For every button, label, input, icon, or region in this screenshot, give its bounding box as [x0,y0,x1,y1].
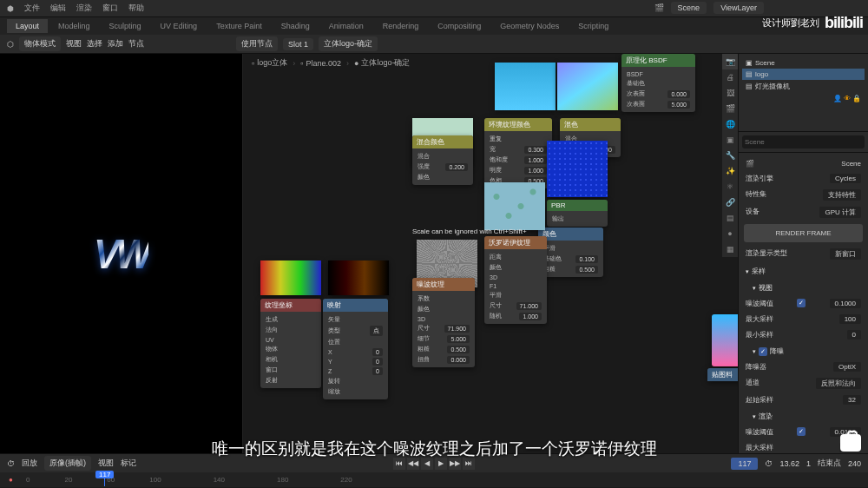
outliner-scene[interactable]: ▣Scene [742,57,865,69]
scene-icon: 🎬 [654,3,664,12]
prop-start-sample[interactable]: 起始采样32 [742,392,865,407]
tab-constraint[interactable]: 🔗 [722,195,738,210]
node-ramp1[interactable]: 纹理坐标 生成 法向 UV 物体 相机 窗口 反射 [260,299,321,388]
node-blue-noise-preview[interactable] [547,141,608,197]
tab-world[interactable]: 🌐 [722,116,738,132]
tl-mode[interactable]: 原像(插帧) [44,456,91,471]
node-blue-settings[interactable]: 颜色 平滑 基础色0.100 粗糙0.500 [538,228,603,277]
tab-physics[interactable]: ⚛ [722,179,738,195]
tab-data[interactable]: ▤ [722,210,738,226]
prop-denoiser[interactable]: 降噪器OptiX [742,359,865,374]
outliner-lights[interactable]: ▤灯光摄像机 [742,80,865,93]
tl-view[interactable]: 视图 [98,458,114,469]
node-mapping[interactable]: 映射 矢量 类型点 位置 X0 Y0 Z0 旋转 缩放 [323,299,388,399]
outliner-logo[interactable]: ▤logo [742,69,865,80]
workspace-tabs: Layout Modeling Sculpting UV Editing Tex… [0,17,868,35]
tab-texture[interactable]: ▦ [722,241,738,257]
timeline-track[interactable]: ● 02060100140180220 [0,472,868,486]
render-frame-button[interactable]: RENDER FRAME [744,224,863,242]
menu-help[interactable]: 帮助 [128,3,144,14]
ws-tab-texpaint[interactable]: Texture Paint [207,19,271,33]
node-env-mix[interactable]: 环境纹理颜色 重复 宽0.300 饱和度1.000 明度1.000 色相0.50… [484,118,552,188]
outliner[interactable]: ▣Scene ▤logo ▤灯光摄像机 👤 👁 🔒 [739,54,868,132]
tab-render[interactable]: 📷 [722,54,738,69]
tl-playback[interactable]: 回放 [22,458,37,469]
tab-output[interactable]: 🖨 [722,69,738,85]
h2-node[interactable]: 节点 [128,38,144,49]
ws-tab-comp[interactable]: Compositing [429,19,490,33]
ws-tab-anim[interactable]: Animation [320,19,372,33]
node-gradient2[interactable] [557,63,618,110]
prop-noise-thresh[interactable]: 噪波阈值✓0.1000 [742,296,865,311]
tab-scene[interactable]: 🎬 [722,101,738,116]
panel-render[interactable]: 渲染 [749,409,865,424]
prop-engine[interactable]: 渲染引擎Cycles [742,171,865,186]
bc-material[interactable]: ● 立体logo-确定 [354,57,410,69]
h2-add[interactable]: 添加 [108,38,123,49]
tab-modifier[interactable]: 🔧 [722,148,738,163]
menu-edit[interactable]: 编辑 [50,3,66,14]
prop-min-samples[interactable]: 最小采样0 [742,327,865,342]
node-voronoi-preview[interactable] [484,182,545,230]
editor-type-icon[interactable]: ⬡ [7,40,14,49]
node-ramp1-preview[interactable] [260,260,321,295]
node-noise[interactable]: 噪波纹理 系数 颜色 3D 尺寸71.900 细节5.000 粗糙0.500 扭… [412,278,475,367]
panel-sampling[interactable]: 采样 [742,264,865,279]
ws-tab-geonodes[interactable]: Geometry Nodes [491,19,568,33]
h2-view[interactable]: 视图 [66,38,82,49]
scene-selector[interactable]: Scene [671,2,707,14]
ws-tab-shading[interactable]: Shading [273,19,319,33]
bilibili-tv-icon [840,434,861,452]
node-gradient1[interactable] [495,63,556,110]
ws-tab-layout[interactable]: Layout [7,19,48,33]
node-voronoi[interactable]: 沃罗诺伊纹理 距离 颜色 3D F1 平滑 尺寸71.000 随机1.000 [484,236,547,324]
bc-object[interactable]: ▫ logo立体 [252,57,287,69]
tl-start[interactable]: 1 [806,459,811,468]
prop-display[interactable]: 渲染显示类型新窗口 [742,246,865,262]
menu-render[interactable]: 渲染 [76,3,92,14]
mode-select[interactable]: 物体模式 [19,36,61,51]
ws-tab-rendering[interactable]: Rendering [374,19,428,33]
tl-marker[interactable]: 标记 [121,458,136,469]
search-input[interactable] [742,135,865,148]
node-mix1[interactable]: 混合颜色 混合 强度0.200 颜色 [412,135,473,185]
h2-select[interactable]: 选择 [87,38,102,49]
use-nodes[interactable]: 使用节点 [236,36,278,51]
bilibili-logo: bilibili [825,14,863,32]
prop-max-samples[interactable]: 最大采样100 [742,312,865,326]
ws-tab-uv[interactable]: UV Editing [152,19,207,33]
node-pbr[interactable]: PBR 输出 [547,200,608,227]
playhead[interactable] [104,472,105,486]
tab-view[interactable]: 🖼 [722,85,738,101]
panel-denoise[interactable]: ✓降噪 [749,344,865,359]
panel-viewport[interactable]: 视图 [749,280,865,295]
bc-mesh[interactable]: ▫ Plane.002 [300,59,341,68]
menu-window[interactable]: 窗口 [102,3,118,14]
tab-object[interactable]: ▣ [722,132,738,148]
prop-device[interactable]: 设备GPU 计算 [742,204,865,221]
node-bsdf[interactable]: 原理化 BSDF BSDF 基础色 次表面0.000 次表面5.000 [621,54,695,112]
slot-select[interactable]: Slot 1 [283,38,313,50]
tl-editor-icon[interactable]: ⏱ [7,459,15,468]
prop-scene: 🎬Scene [742,157,865,170]
node-ramp2-preview[interactable] [328,260,389,295]
ws-tab-modeling[interactable]: Modeling [49,19,99,33]
rendered-logo: VW [94,230,148,278]
tl-current-frame[interactable]: 117 [731,458,758,470]
prop-passes[interactable]: 通道反照和法向 [742,375,865,392]
menu-file[interactable]: 文件 [24,3,40,14]
tl-end[interactable]: 240 [848,459,861,468]
video-subtitle: 唯一的区别就是我在这个噪波纹理之后加了一个沃罗诺伊纹理 [212,438,657,460]
ws-tab-scripting[interactable]: Scripting [569,19,617,33]
tl-fps-icon: ⏱ [765,459,773,468]
ws-tab-sculpting[interactable]: Sculpting [101,19,150,33]
3d-viewport[interactable]: VW [0,54,243,453]
viewlayer-selector[interactable]: ViewLayer [713,2,764,14]
node-small-gradient[interactable] [712,314,738,366]
node-small[interactable]: 贴图料 [707,368,738,381]
tab-particle[interactable]: ✨ [722,163,738,179]
prop-feature[interactable]: 特性集支持特性 [742,187,865,203]
tab-material[interactable]: ● [722,226,738,241]
material-select[interactable]: 立体logo-确定 [319,36,378,51]
shader-node-editor[interactable]: ▫ logo立体 › ▫ Plane.002 › ● 立体logo-确定 Sca… [243,54,738,453]
